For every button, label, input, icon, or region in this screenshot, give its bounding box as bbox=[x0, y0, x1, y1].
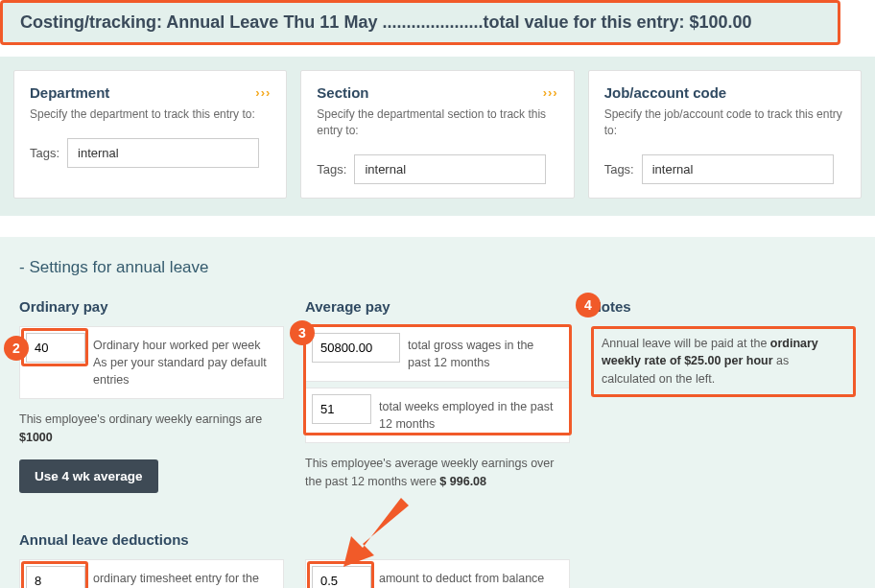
section-title: Section bbox=[317, 84, 368, 101]
notes-column: Notes 4 Annual leave will be paid at the… bbox=[591, 298, 856, 494]
settings-title: - Settings for annual leave bbox=[19, 258, 856, 277]
section-card: Section ››› Specify the departmental sec… bbox=[300, 70, 574, 199]
tracking-cards-row: Department ››› Specify the department to… bbox=[0, 57, 875, 216]
section-tags-label: Tags: bbox=[317, 162, 346, 176]
annotation-badge-2: 2 bbox=[4, 336, 29, 361]
ordinary-pay-title: Ordinary pay bbox=[19, 298, 284, 315]
average-pay-column: Average pay 3 total gross wages in the p… bbox=[305, 298, 570, 494]
average-pay-title: Average pay bbox=[305, 298, 570, 315]
section-tags-input[interactable] bbox=[354, 154, 546, 184]
highlight-box-3 bbox=[303, 324, 572, 435]
settings-region: - Settings for annual leave Ordinary pay… bbox=[0, 237, 875, 588]
department-help: Specify the department to track this ent… bbox=[30, 106, 271, 123]
ordinary-pay-column: Ordinary pay Ordinary hour worked per we… bbox=[19, 298, 284, 494]
average-earnings-note: This employee's average weekly earnings … bbox=[305, 455, 570, 491]
deductions-title: Annual leave deductions bbox=[19, 531, 284, 548]
chevron-right-icon[interactable]: ››› bbox=[255, 85, 271, 100]
costing-header-bar: Costing/tracking: Annual Leave Thu 11 Ma… bbox=[0, 0, 840, 45]
department-tags-label: Tags: bbox=[30, 146, 59, 160]
ordinary-hours-desc: Ordinary hour worked per week As per you… bbox=[91, 327, 283, 398]
chevron-right-icon[interactable]: ››› bbox=[543, 85, 558, 100]
highlight-box-5 bbox=[21, 561, 88, 588]
timesheet-entry-desc: ordinary timesheet entry for the day bbox=[91, 560, 283, 588]
jobcode-tags-input[interactable] bbox=[642, 154, 834, 184]
annotation-badge-4: 4 bbox=[576, 293, 601, 318]
highlight-box-6 bbox=[307, 561, 374, 588]
jobcode-help: Specify the job/account code to track th… bbox=[604, 106, 845, 139]
ordinary-earnings-note: This employee's ordinary weekly earnings… bbox=[19, 411, 284, 447]
notes-text: Annual leave will be paid at the ordinar… bbox=[591, 326, 856, 397]
jobcode-card: Job/account code Specify the job/account… bbox=[588, 70, 862, 199]
department-card: Department ››› Specify the department to… bbox=[13, 70, 287, 199]
department-title: Department bbox=[30, 84, 109, 101]
section-help: Specify the departmental section to trac… bbox=[317, 106, 557, 139]
costing-header-title: Costing/tracking: Annual Leave Thu 11 Ma… bbox=[20, 12, 820, 33]
highlight-box-2 bbox=[21, 328, 88, 366]
jobcode-tags-label: Tags: bbox=[604, 162, 634, 176]
jobcode-title: Job/account code bbox=[604, 84, 727, 101]
annotation-badge-3: 3 bbox=[290, 320, 315, 345]
notes-title: Notes bbox=[591, 298, 856, 315]
department-tags-input[interactable] bbox=[67, 138, 259, 168]
deduct-amount-desc: amount to deduct from balance bbox=[377, 560, 569, 588]
use-4wk-average-button[interactable]: Use 4 wk average bbox=[19, 459, 158, 493]
deductions-section: Annual leave deductions ordinary timeshe… bbox=[19, 531, 856, 588]
